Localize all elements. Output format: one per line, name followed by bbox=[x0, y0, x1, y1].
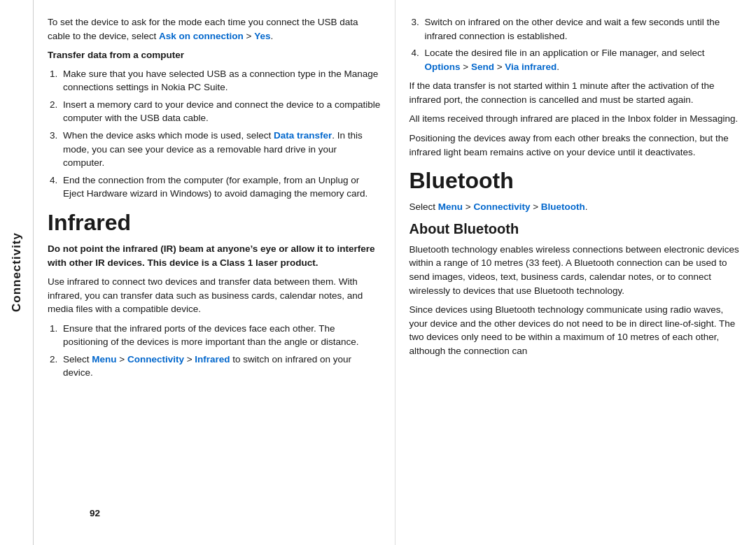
infrared-heading: Infrared bbox=[48, 211, 381, 235]
infrared-inbox-para: All items received through infrared are … bbox=[410, 112, 743, 126]
bluetooth-heading: Bluetooth bbox=[410, 169, 743, 193]
bluetooth-menu-link[interactable]: Menu bbox=[438, 201, 463, 212]
about-bluetooth-para2: Since devices using Bluetooth technology… bbox=[410, 303, 743, 358]
transfer-heading: Transfer data from a computer bbox=[48, 48, 381, 62]
about-bluetooth-heading: About Bluetooth bbox=[410, 221, 743, 237]
transfer-step-3: When the device asks which mode is used,… bbox=[60, 129, 381, 170]
infrared-step-1: Ensure that the infrared ports of the de… bbox=[60, 322, 381, 349]
transfer-step-2: Insert a memory card to your device and … bbox=[60, 98, 381, 125]
bluetooth-bluetooth-link[interactable]: Bluetooth bbox=[541, 201, 585, 212]
data-transfer-link[interactable]: Data transfer bbox=[274, 130, 332, 141]
infrared-step-4: Locate the desired file in an applicatio… bbox=[422, 46, 743, 73]
infrared-warning: Do not point the infrared (IR) beam at a… bbox=[48, 242, 381, 269]
sidebar-connectivity-label: Connectivity bbox=[10, 232, 24, 312]
infrared-desc: Use infrared to connect two devices and … bbox=[48, 275, 381, 316]
transfer-step-4: End the connection from the computer (fo… bbox=[60, 174, 381, 201]
send-link[interactable]: Send bbox=[471, 62, 494, 72]
page-number: 92 bbox=[90, 508, 100, 518]
page: Connectivity To set the device to ask fo… bbox=[0, 0, 756, 545]
col-right: Switch on infrared on the other device a… bbox=[396, 0, 757, 545]
about-bluetooth-para1: Bluetooth technology enables wireless co… bbox=[410, 243, 743, 297]
sidebar: Connectivity bbox=[0, 0, 34, 545]
infrared-menu-link[interactable]: Menu bbox=[92, 354, 116, 364]
infrared-step-3: Switch on infrared on the other device a… bbox=[422, 15, 743, 43]
infrared-steps: Ensure that the infrared ports of the de… bbox=[60, 322, 381, 380]
via-infrared-link[interactable]: Via infrared bbox=[505, 62, 556, 72]
col-left: To set the device to ask for the mode ea… bbox=[34, 0, 396, 545]
infrared-connectivity-link[interactable]: Connectivity bbox=[127, 354, 184, 364]
transfer-steps: Make sure that you have selected USB as … bbox=[60, 67, 381, 201]
ask-on-connection-link[interactable]: Ask on connection bbox=[159, 31, 244, 41]
options-link[interactable]: Options bbox=[425, 62, 461, 72]
infrared-positioning-para: Positioning the devices away from each o… bbox=[410, 132, 743, 159]
bluetooth-connectivity-link[interactable]: Connectivity bbox=[473, 201, 530, 212]
transfer-step-1: Make sure that you have selected USB as … bbox=[60, 67, 381, 94]
bluetooth-select-para: Select Menu > Connectivity > Bluetooth. bbox=[410, 200, 743, 214]
infrared-timeout-para: If the data transfer is not started with… bbox=[410, 79, 743, 106]
yes-link[interactable]: Yes bbox=[254, 31, 270, 41]
usb-intro-para: To set the device to ask for the mode ea… bbox=[48, 15, 381, 43]
infrared-infrared-link[interactable]: Infrared bbox=[195, 354, 230, 364]
infrared-steps-continued: Switch on infrared on the other device a… bbox=[422, 15, 743, 73]
infrared-step-2: Select Menu > Connectivity > Infrared to… bbox=[60, 353, 381, 380]
main-content: To set the device to ask for the mode ea… bbox=[34, 0, 756, 545]
